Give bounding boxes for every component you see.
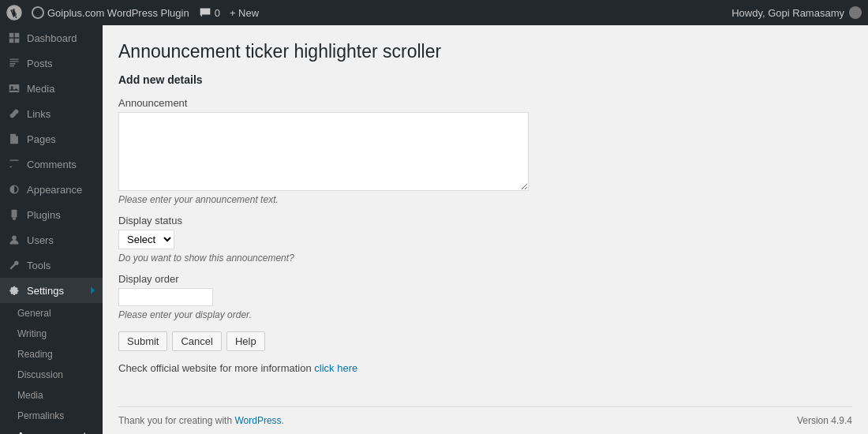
users-icon <box>8 234 21 246</box>
settings-icon <box>8 284 21 297</box>
submenu-item-writing[interactable]: Writing <box>0 324 103 344</box>
submit-button[interactable]: Submit <box>118 331 167 351</box>
tools-icon <box>8 259 21 271</box>
sidebar-item-links[interactable]: Links <box>0 101 103 126</box>
display-order-label: Display order <box>118 273 852 285</box>
cancel-button[interactable]: Cancel <box>172 331 221 351</box>
wp-footer: Thank you for creating with WordPress. V… <box>118 406 852 434</box>
plugins-icon <box>8 208 21 221</box>
submenu-item-media[interactable]: Media <box>0 385 103 406</box>
sidebar-item-plugins[interactable]: Plugins <box>0 202 103 227</box>
site-name[interactable]: Goiplus.com WordPress Plugin <box>32 6 189 19</box>
sidebar-item-appearance[interactable]: Appearance <box>0 177 103 202</box>
display-order-input[interactable] <box>118 288 213 306</box>
submenu-item-announcement-ticker[interactable]: Announcement ticker <box>0 426 103 434</box>
sidebar-item-users[interactable]: Users <box>0 227 103 253</box>
submenu-item-discussion[interactable]: Discussion <box>0 365 103 385</box>
announcement-hint: Please enter your announcement text. <box>118 194 852 205</box>
sidebar-item-pages[interactable]: Pages <box>0 126 103 152</box>
svg-point-8 <box>12 235 17 240</box>
display-status-select[interactable]: Select Yes No <box>118 230 174 249</box>
wp-logo <box>6 5 22 21</box>
main-content: Announcement ticker highlighter scroller… <box>103 25 868 434</box>
new-content-button[interactable]: + New <box>230 7 259 19</box>
avatar <box>849 6 862 19</box>
info-link-row: Check official website for more informat… <box>118 362 852 374</box>
svg-rect-1 <box>9 33 14 38</box>
sidebar-item-posts[interactable]: Posts <box>0 51 103 76</box>
sidebar-item-comments[interactable]: Comments <box>0 152 103 177</box>
pages-icon <box>8 133 21 145</box>
sidebar-item-tools[interactable]: Tools <box>0 253 103 278</box>
sidebar-item-dashboard[interactable]: Dashboard <box>0 25 103 51</box>
svg-rect-2 <box>15 33 20 38</box>
posts-icon <box>8 57 21 69</box>
version-info: Version 4.9.4 <box>797 415 852 426</box>
click-here-link[interactable]: click here <box>314 362 357 374</box>
help-button[interactable]: Help <box>226 331 265 351</box>
sidebar-item-settings[interactable]: Settings <box>0 278 103 303</box>
svg-rect-4 <box>15 39 20 43</box>
page-title: Announcement ticker highlighter scroller <box>118 41 852 62</box>
media-icon <box>8 82 21 95</box>
dashboard-icon <box>8 32 21 44</box>
submenu-item-permalinks[interactable]: Permalinks <box>0 406 103 426</box>
wordpress-link[interactable]: WordPress <box>234 415 281 426</box>
svg-rect-3 <box>9 39 14 43</box>
sidebar-item-media[interactable]: Media <box>0 76 103 101</box>
svg-rect-7 <box>12 210 17 218</box>
display-order-group: Display order Please enter your display … <box>118 273 852 320</box>
section-title: Add new details <box>118 73 852 86</box>
button-row: Submit Cancel Help <box>118 331 852 351</box>
display-status-hint: Do you want to show this announcement? <box>118 253 852 264</box>
announcement-label: Announcement <box>118 97 852 109</box>
links-icon <box>8 107 21 120</box>
user-info: Howdy, Gopi Ramasamy <box>731 6 862 19</box>
submenu-item-general[interactable]: General <box>0 303 103 324</box>
submenu-item-reading[interactable]: Reading <box>0 344 103 365</box>
settings-arrow-icon <box>91 286 95 294</box>
comments-link[interactable]: 0 <box>199 6 220 19</box>
display-order-hint: Please enter your display order. <box>118 309 852 320</box>
admin-bar: Goiplus.com WordPress Plugin 0 + New How… <box>0 0 868 25</box>
announcement-textarea[interactable] <box>118 112 529 191</box>
comments-icon <box>8 158 21 170</box>
sidebar: Dashboard Posts Media Links Pages <box>0 25 103 434</box>
display-status-group: Display status Select Yes No Do you want… <box>118 215 852 264</box>
footer-text: Thank you for creating with WordPress. <box>118 415 284 426</box>
svg-rect-5 <box>9 84 20 92</box>
display-status-label: Display status <box>118 215 852 226</box>
appearance-icon <box>8 183 21 196</box>
announcement-group: Announcement Please enter your announcem… <box>118 97 852 205</box>
